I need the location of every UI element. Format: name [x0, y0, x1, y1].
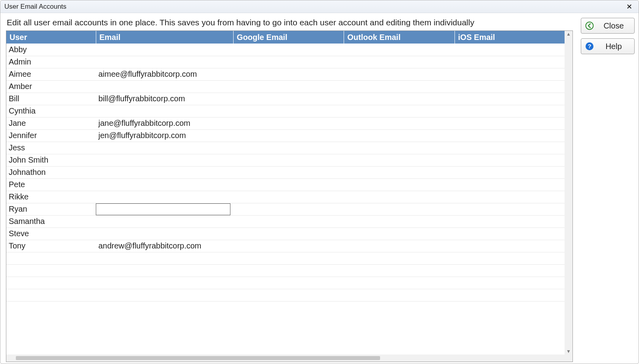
cell-outlook-email[interactable] — [344, 228, 455, 240]
cell-user[interactable]: Bill — [6, 93, 96, 105]
cell-outlook-email[interactable] — [344, 68, 455, 80]
cell-user[interactable]: Rikke — [6, 191, 96, 203]
table-row[interactable]: Johnathon — [6, 166, 565, 178]
cell-outlook-email[interactable] — [344, 178, 455, 191]
help-button[interactable]: ? Help — [581, 38, 635, 54]
cell-google-email[interactable] — [234, 80, 344, 93]
cell-user[interactable]: Jennifer — [6, 129, 96, 142]
cell-google-email[interactable] — [234, 105, 344, 117]
cell-user[interactable]: Abby — [6, 44, 96, 56]
table-row[interactable]: Cynthia — [6, 105, 565, 117]
cell-outlook-email[interactable] — [344, 240, 455, 252]
cell-email[interactable]: andrew@fluffyrabbitcorp.com — [96, 240, 233, 252]
table-row[interactable]: Jess — [6, 142, 565, 154]
cell-user[interactable]: Ryan — [6, 203, 96, 215]
email-edit-input[interactable] — [96, 203, 230, 215]
cell-ios-email[interactable] — [455, 191, 565, 203]
close-button[interactable]: Close — [581, 18, 635, 34]
cell-ios-email[interactable] — [455, 129, 565, 142]
cell-email[interactable]: aimee@fluffyrabbitcorp.com — [96, 68, 233, 80]
table-row[interactable]: Aimeeaimee@fluffyrabbitcorp.com — [6, 68, 565, 80]
cell-email[interactable] — [96, 166, 233, 178]
table-row[interactable]: Steve — [6, 228, 565, 240]
cell-ios-email[interactable] — [455, 117, 565, 129]
cell-outlook-email[interactable] — [344, 215, 455, 228]
cell-outlook-email[interactable] — [344, 154, 455, 166]
cell-user[interactable]: John Smith — [6, 154, 96, 166]
hscroll-thumb[interactable] — [16, 356, 380, 360]
cell-outlook-email[interactable] — [344, 142, 455, 154]
cell-ios-email[interactable] — [455, 68, 565, 80]
col-header-user[interactable]: User — [6, 31, 96, 44]
table-row[interactable]: Samantha — [6, 215, 565, 228]
cell-google-email[interactable] — [234, 178, 344, 191]
table-row[interactable]: Amber — [6, 80, 565, 93]
cell-user[interactable]: Samantha — [6, 215, 96, 228]
cell-google-email[interactable] — [234, 228, 344, 240]
table-row[interactable]: Ryan — [6, 203, 565, 215]
cell-ios-email[interactable] — [455, 80, 565, 93]
cell-google-email[interactable] — [234, 117, 344, 129]
cell-outlook-email[interactable] — [344, 117, 455, 129]
cell-user[interactable]: Cynthia — [6, 105, 96, 117]
cell-outlook-email[interactable] — [344, 80, 455, 93]
cell-email[interactable]: jen@fluffyrabbitcorp.com — [96, 129, 233, 142]
cell-google-email[interactable] — [234, 154, 344, 166]
table-row[interactable]: Jenniferjen@fluffyrabbitcorp.com — [6, 129, 565, 142]
cell-ios-email[interactable] — [455, 178, 565, 191]
cell-email[interactable]: jane@fluffyrabbitcorp.com — [96, 117, 233, 129]
table-row[interactable]: Admin — [6, 56, 565, 68]
cell-google-email[interactable] — [234, 240, 344, 252]
grid-scroll[interactable]: User Email Google Email Outlook Email iO… — [6, 31, 565, 355]
scroll-up-icon[interactable]: ▲ — [566, 32, 571, 36]
vertical-scrollbar[interactable]: ▲ ▼ — [565, 31, 572, 355]
cell-ios-email[interactable] — [455, 166, 565, 178]
cell-ios-email[interactable] — [455, 215, 565, 228]
table-row[interactable]: Abby — [6, 44, 565, 56]
col-header-outlook-email[interactable]: Outlook Email — [344, 31, 455, 44]
cell-outlook-email[interactable] — [344, 105, 455, 117]
cell-email[interactable] — [96, 154, 233, 166]
cell-outlook-email[interactable] — [344, 56, 455, 68]
cell-ios-email[interactable] — [455, 240, 565, 252]
cell-google-email[interactable] — [234, 44, 344, 56]
col-header-google-email[interactable]: Google Email — [234, 31, 344, 44]
cell-email[interactable] — [96, 203, 233, 215]
cell-google-email[interactable] — [234, 203, 344, 215]
table-row[interactable]: Rikke — [6, 191, 565, 203]
cell-google-email[interactable] — [234, 142, 344, 154]
cell-ios-email[interactable] — [455, 105, 565, 117]
cell-user[interactable]: Admin — [6, 56, 96, 68]
scroll-down-icon[interactable]: ▼ — [566, 349, 571, 354]
cell-email[interactable] — [96, 105, 233, 117]
cell-ios-email[interactable] — [455, 203, 565, 215]
cell-outlook-email[interactable] — [344, 203, 455, 215]
cell-google-email[interactable] — [234, 215, 344, 228]
col-header-ios-email[interactable]: iOS Email — [455, 31, 565, 44]
cell-ios-email[interactable] — [455, 93, 565, 105]
cell-user[interactable]: Jane — [6, 117, 96, 129]
cell-user[interactable]: Steve — [6, 228, 96, 240]
cell-google-email[interactable] — [234, 68, 344, 80]
cell-ios-email[interactable] — [455, 44, 565, 56]
cell-ios-email[interactable] — [455, 142, 565, 154]
cell-outlook-email[interactable] — [344, 166, 455, 178]
cell-user[interactable]: Johnathon — [6, 166, 96, 178]
col-header-email[interactable]: Email — [96, 31, 233, 44]
cell-email[interactable] — [96, 56, 233, 68]
cell-user[interactable]: Tony — [6, 240, 96, 252]
cell-user[interactable]: Pete — [6, 178, 96, 191]
table-row[interactable]: Pete — [6, 178, 565, 191]
cell-ios-email[interactable] — [455, 56, 565, 68]
cell-email[interactable] — [96, 44, 233, 56]
horizontal-scrollbar[interactable] — [6, 355, 572, 362]
cell-email[interactable]: bill@fluffyrabbitcorp.com — [96, 93, 233, 105]
cell-ios-email[interactable] — [455, 228, 565, 240]
cell-user[interactable]: Aimee — [6, 68, 96, 80]
cell-google-email[interactable] — [234, 93, 344, 105]
cell-ios-email[interactable] — [455, 154, 565, 166]
cell-email[interactable] — [96, 80, 233, 93]
table-row[interactable]: Tonyandrew@fluffyrabbitcorp.com — [6, 240, 565, 252]
cell-outlook-email[interactable] — [344, 191, 455, 203]
table-row[interactable]: Billbill@fluffyrabbitcorp.com — [6, 93, 565, 105]
